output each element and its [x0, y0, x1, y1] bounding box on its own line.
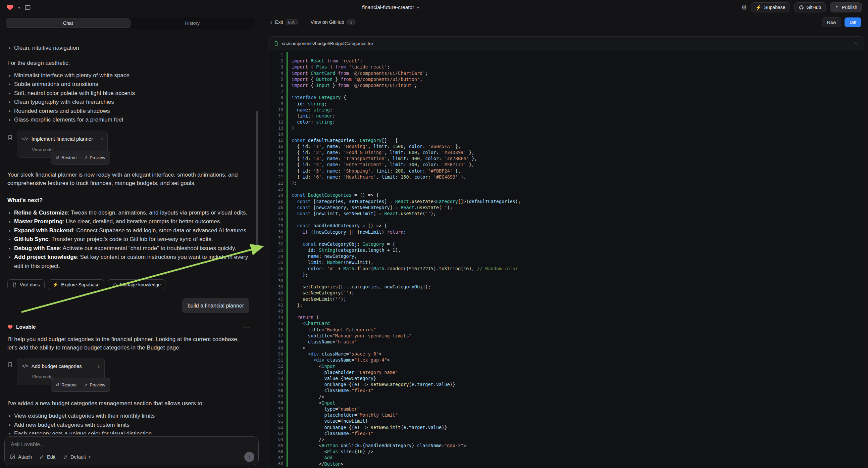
send-button[interactable]: ↑: [244, 452, 254, 462]
bookmark-icon[interactable]: [7, 362, 13, 385]
code-line[interactable]: 20 { id: '5', name: 'Shopping', limit: 2…: [269, 168, 864, 174]
code-line[interactable]: 46 title="Budget Categories": [269, 326, 864, 332]
code-line[interactable]: 18 { id: '3', name: 'Transportation', li…: [269, 155, 864, 162]
code-line[interactable]: 65 <Button onClick={handleAddCategory} c…: [269, 442, 864, 448]
tab-chat[interactable]: Chat: [6, 19, 130, 28]
logo-dropdown-caret-icon[interactable]: ▾: [18, 5, 21, 10]
code-line[interactable]: 13}: [269, 125, 864, 131]
code-line[interactable]: 33 id: String(categories.length + 1),: [269, 247, 864, 253]
code-line[interactable]: 19 { id: '4', name: 'Entertainment', lim…: [269, 162, 864, 168]
code-line[interactable]: 63 className="flex-1": [269, 430, 864, 436]
preview-button[interactable]: ↗ Preview: [81, 152, 108, 163]
code-line[interactable]: 17 { id: '2', name: 'Food & Dining', lim…: [269, 149, 864, 155]
code-line[interactable]: 21 { id: '6', name: 'Healthcare', limit:…: [269, 174, 864, 180]
toggle-sidebar-icon[interactable]: [25, 4, 31, 11]
mode-selector-default[interactable]: Default ▾: [63, 454, 90, 460]
edit-mode-button[interactable]: Edit: [39, 454, 55, 460]
github-button[interactable]: GitHub: [794, 2, 826, 12]
code-line[interactable]: 12 color: string;: [269, 119, 864, 125]
code-line[interactable]: 52 <Input: [269, 363, 864, 369]
code-line[interactable]: 31: [269, 235, 864, 241]
code-line[interactable]: 40 setNewCategory('');: [269, 290, 864, 296]
code-line[interactable]: 56 className="flex-1": [269, 387, 864, 393]
code-line[interactable]: 41 setNewLimit('');: [269, 296, 864, 302]
code-line[interactable]: 26 const [newCategory, setNewCategory] =…: [269, 204, 864, 210]
code-line[interactable]: 47 subtitle="Manage your spending limits…: [269, 333, 864, 339]
bookmark-icon[interactable]: [7, 135, 13, 158]
code-line[interactable]: 51 <div className="flex gap-4">: [269, 357, 864, 363]
restore-button[interactable]: ↺ Restore: [52, 379, 80, 390]
code-line[interactable]: 50 <div className="space-y-6">: [269, 351, 864, 357]
code-line[interactable]: 66 <Plus size={16} />: [269, 448, 864, 455]
code-line[interactable]: 23: [269, 186, 864, 192]
code-line[interactable]: 10 name: string;: [269, 107, 864, 113]
code-line[interactable]: 55 onChange={(e) => setNewCategory(e.tar…: [269, 381, 864, 387]
code-line[interactable]: 30 if (!newCategory || !newLimit) return…: [269, 229, 864, 235]
code-line[interactable]: 53 placeholder="Category name": [269, 369, 864, 375]
preview-button[interactable]: ↗ Preview: [81, 379, 108, 390]
code-line[interactable]: 28: [269, 216, 864, 223]
explore-supabase-button[interactable]: ⚡ Explore Supabase: [48, 279, 104, 290]
diff-toggle-button[interactable]: Diff: [844, 18, 861, 27]
code-line[interactable]: 34 name: newCategory,: [269, 253, 864, 259]
code-line[interactable]: 2import React from 'react';: [269, 58, 864, 64]
visit-docs-button[interactable]: Visit docs: [7, 279, 44, 290]
message-menu-icon[interactable]: ···: [243, 323, 249, 331]
code-line[interactable]: 7: [269, 88, 864, 94]
restore-button[interactable]: ↺ Restore: [52, 152, 80, 163]
raw-toggle-button[interactable]: Raw: [822, 18, 841, 27]
code-line[interactable]: 5import { Button } from '@/components/ui…: [269, 76, 864, 82]
code-line[interactable]: 45 <ChartCard: [269, 320, 864, 326]
code-line[interactable]: 9 id: string;: [269, 101, 864, 107]
code-line[interactable]: 57 />: [269, 394, 864, 400]
code-line[interactable]: 29 const handleAddCategory = () => {: [269, 223, 864, 229]
code-line[interactable]: 67 Add: [269, 455, 864, 461]
code-line[interactable]: 4import ChartCard from '@/components/ui/…: [269, 70, 864, 76]
file-header[interactable]: src/components/budget/BudgetCategories.t…: [269, 37, 864, 50]
lovable-logo-heart-icon[interactable]: [6, 4, 14, 11]
code-line[interactable]: 22];: [269, 180, 864, 186]
code-line[interactable]: 54 value={newCategory}: [269, 375, 864, 381]
tab-history[interactable]: History: [130, 19, 255, 28]
code-line[interactable]: 15const defaultCategories: Category[] = …: [269, 137, 864, 143]
code-line[interactable]: 11 limit: number;: [269, 113, 864, 119]
code-line[interactable]: 61 value={newLimit}: [269, 418, 864, 424]
code-line[interactable]: 25 const [categories, setCategories] = R…: [269, 198, 864, 204]
attach-button[interactable]: Attach: [10, 454, 32, 460]
publish-button[interactable]: Publish: [830, 2, 862, 12]
code-line[interactable]: 32 const newCategoryObj: Category = {: [269, 241, 864, 247]
code-line[interactable]: 59 type="number": [269, 406, 864, 412]
code-line[interactable]: 58 <Input: [269, 400, 864, 406]
code-line[interactable]: 36 color: '#' + Math.floor(Math.random()…: [269, 266, 864, 272]
chat-message-list[interactable]: Clean, intuitive navigation For the desi…: [0, 41, 260, 434]
code-line[interactable]: 8interface Category {: [269, 94, 864, 100]
supabase-button[interactable]: ⚡ Supabase: [751, 2, 790, 12]
code-editor[interactable]: 12import React from 'react';3import { Pl…: [269, 50, 864, 468]
code-line[interactable]: 48 className="h-auto": [269, 339, 864, 345]
code-line[interactable]: 1: [269, 52, 864, 58]
code-line[interactable]: 49 >: [269, 345, 864, 351]
code-line[interactable]: 42 };: [269, 302, 864, 308]
view-on-github-button[interactable]: View on GitHub G: [310, 19, 355, 25]
code-line[interactable]: 43: [269, 308, 864, 314]
code-line[interactable]: 39 setCategories([...categories, newCate…: [269, 284, 864, 290]
code-line[interactable]: 44 return (: [269, 314, 864, 320]
chat-scrollbar-thumb[interactable]: [256, 111, 258, 250]
code-line[interactable]: 37 };: [269, 272, 864, 277]
collapse-chevron-icon[interactable]: [854, 41, 858, 46]
settings-gear-icon[interactable]: ⚙: [741, 4, 747, 11]
manage-knowledge-button[interactable]: Manage knowledge: [108, 279, 165, 290]
code-line[interactable]: 62 onChange={(e) => setNewLimit(e.target…: [269, 424, 864, 430]
code-line[interactable]: 27 const [newLimit, setNewLimit] = React…: [269, 210, 864, 216]
code-line[interactable]: 16 { id: '1', name: 'Housing', limit: 15…: [269, 143, 864, 149]
code-line[interactable]: 64 />: [269, 436, 864, 442]
code-line[interactable]: 6import { Input } from '@/components/ui/…: [269, 82, 864, 88]
code-line[interactable]: 3import { Plus } from 'lucide-react';: [269, 64, 864, 70]
chat-input[interactable]: [10, 441, 182, 448]
exit-button[interactable]: ‹ Exit ESC: [270, 19, 298, 26]
code-line[interactable]: 14: [269, 131, 864, 137]
code-line[interactable]: 38: [269, 277, 864, 284]
project-switcher[interactable]: financial-future-creator ▾: [362, 4, 419, 10]
code-line[interactable]: 60 placeholder="Monthly limit": [269, 412, 864, 418]
code-line[interactable]: 24const BudgetCategories = () => {: [269, 192, 864, 198]
